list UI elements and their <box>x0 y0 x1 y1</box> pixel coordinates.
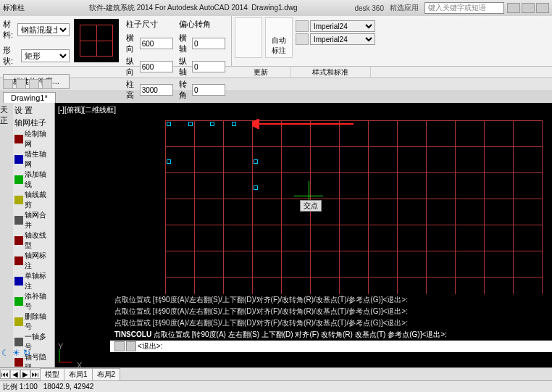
qt-1[interactable] <box>3 79 13 89</box>
palette-item-icon <box>14 257 23 265</box>
palette-item-icon <box>14 338 23 346</box>
style-icon-1[interactable] <box>296 20 309 32</box>
help-search[interactable]: 键入关键字或短语 <box>425 2 504 14</box>
tool-palette: 设 置 轴网柱子 绘制轴网墙生轴网添加轴线轴线裁剪轴网合并轴改线型轴网标注单轴标… <box>13 103 55 374</box>
palette-item[interactable]: 轴改线型 <box>13 230 54 251</box>
palette-item[interactable]: 单轴标注 <box>13 271 54 291</box>
column-preview <box>74 19 120 62</box>
moon-icon[interactable]: ☾ <box>1 348 9 358</box>
cmd-icon <box>126 341 136 351</box>
tab-layout2[interactable]: 布局2 <box>92 368 121 381</box>
sun-icon[interactable]: ☀ <box>12 348 20 358</box>
layout-nav-last[interactable]: ⏭ <box>30 370 41 379</box>
palette-item-icon <box>14 236 23 245</box>
palette-item[interactable]: 删除轴号 <box>13 312 54 332</box>
grip[interactable] <box>167 122 171 126</box>
quick-tools <box>0 78 552 90</box>
grip[interactable] <box>254 185 258 190</box>
group-style: 样式和标准 <box>290 67 371 78</box>
ribbon-right: 自动 标注 Imperial24 Imperial24 <box>232 16 552 66</box>
cmd-history-line: 点取位置或 [转90度(A)/左右翻(S)/上下翻(D)/对齐(F)/改转角(R… <box>110 317 552 329</box>
view-label: [-][俯视][二维线框] <box>58 105 116 115</box>
qt-4[interactable] <box>42 79 52 89</box>
style-select-2[interactable]: Imperial24 <box>310 33 375 45</box>
size-header: 柱子尺寸 <box>126 19 172 30</box>
palette-item-icon <box>14 155 23 164</box>
command-input[interactable]: <退出>: <box>110 341 552 352</box>
style-select-1[interactable]: Imperial24 <box>310 20 375 32</box>
layout-nav-prev[interactable]: ◀ <box>10 370 20 379</box>
ribbon-btn-auto[interactable]: 自动 标注 <box>265 17 293 58</box>
refresh-icon[interactable]: ↻ <box>23 348 30 358</box>
ucs-icon <box>57 348 74 365</box>
tab-layout1[interactable]: 布局1 <box>64 368 93 381</box>
palette-item[interactable]: 墙生轴网 <box>13 149 54 170</box>
layout-nav-first[interactable]: ⏮ <box>0 370 10 379</box>
cmd-active-line: TINSCOLU 点取位置或 [转90度(A) 左右翻(S) 上下翻(D) 对齐… <box>110 329 552 341</box>
grip[interactable] <box>232 122 236 126</box>
rot-angle-input[interactable] <box>192 84 225 96</box>
drawing-canvas[interactable]: [-][俯视][二维线框] 交点 Y X 点取位置或 [转90度(A)/左右翻(… <box>55 103 552 374</box>
cmd-icon <box>114 341 125 351</box>
height-input[interactable] <box>140 84 173 96</box>
tab-model[interactable]: 模型 <box>40 368 64 381</box>
palette-item[interactable]: 添加轴线 <box>13 170 54 190</box>
status-coords: 18042.9, 42942 <box>43 383 94 391</box>
minimize-button[interactable] <box>507 3 520 13</box>
palette-item-icon <box>14 135 23 143</box>
width-input[interactable] <box>140 38 173 49</box>
cmd-history-line: 点取位置或 [转90度(A)/左右翻(S)/上下翻(D)/对齐(F)/改转角(R… <box>110 294 552 306</box>
palette-item-icon <box>14 277 23 285</box>
palette-item-icon <box>14 196 23 204</box>
depth-input[interactable] <box>140 61 173 72</box>
palette-group-settings[interactable]: 设 置 <box>13 104 54 117</box>
palette-group-axis[interactable]: 轴网柱子 <box>13 117 54 129</box>
palette-item-icon <box>14 358 23 367</box>
grip[interactable] <box>167 159 171 164</box>
osnap-tooltip: 交点 <box>300 200 322 212</box>
tab-desk360[interactable]: desk 360 <box>354 4 384 12</box>
status-bar: 比例 1:100 18042.9, 42942 <box>0 380 552 392</box>
material-label: 材料: <box>3 19 16 41</box>
grip[interactable] <box>254 122 258 126</box>
grip[interactable] <box>210 122 214 126</box>
ribbon-group-labels: 更新 样式和标准 <box>0 67 552 78</box>
rot-y-input[interactable] <box>192 61 225 72</box>
layout-nav-next[interactable]: ▶ <box>20 370 30 379</box>
qt-2[interactable] <box>16 79 26 89</box>
tab-featured[interactable]: 精选应用 <box>390 3 419 13</box>
style-icon-2[interactable] <box>296 33 309 45</box>
close-button[interactable] <box>536 3 549 13</box>
palette-item-icon <box>14 216 23 225</box>
qt-3[interactable] <box>29 79 39 89</box>
column-properties-panel: 材料: 钢筋混凝土 形状: 矩形 标准构件库... 柱子尺寸 横向 纵向 柱高 … <box>0 16 232 66</box>
command-area: 点取位置或 [转90度(A)/左右翻(S)/上下翻(D)/对齐(F)/改转角(R… <box>110 294 552 352</box>
layout-tabs: ⏮ ◀ ▶ ⏭ 模型 布局1 布局2 <box>0 367 552 380</box>
shape-label: 形状: <box>3 45 20 67</box>
shape-select[interactable]: 矩形 <box>21 49 69 62</box>
rotation-header: 偏心转角 <box>179 19 225 30</box>
document-tabs: Drawing1* <box>0 90 552 103</box>
grip[interactable] <box>254 159 258 164</box>
group-update: 更新 <box>232 67 290 78</box>
palette-item[interactable]: 轴网合并 <box>13 210 54 230</box>
palette-item-icon <box>14 175 23 184</box>
ribbon-btn-1[interactable] <box>235 17 262 58</box>
material-select[interactable]: 钢筋混凝土 <box>17 23 70 36</box>
palette-item[interactable]: 绘制轴网 <box>13 129 54 149</box>
palette-item[interactable]: 添补轴号 <box>13 291 54 312</box>
cmd-history-line: 点取位置或 [转90度(A)/左右翻(S)/上下翻(D)/对齐(F)/改转角(R… <box>110 306 552 317</box>
palette-item-icon <box>14 317 23 326</box>
rot-x-input[interactable] <box>192 38 225 49</box>
palette-item[interactable]: 轴网标注 <box>13 251 54 271</box>
palette-header-strip: 天正 <box>0 103 13 374</box>
status-scale[interactable]: 比例 1:100 <box>3 382 38 392</box>
palette-item[interactable]: 轴线裁剪 <box>13 190 54 210</box>
grip[interactable] <box>188 122 193 126</box>
title-bar: 标准柱 软件-建筑系统 2014 For Autodesk AutoCAD 20… <box>0 0 552 16</box>
view-mode-tools: ☾ ☀ ↻ <box>1 348 30 358</box>
palette-item-icon <box>14 297 23 306</box>
app-title: 软件-建筑系统 2014 For Autodesk AutoCAD 2014 D… <box>32 3 354 13</box>
maximize-button[interactable] <box>522 3 535 13</box>
doc-tab-active[interactable]: Drawing1* <box>3 92 56 103</box>
